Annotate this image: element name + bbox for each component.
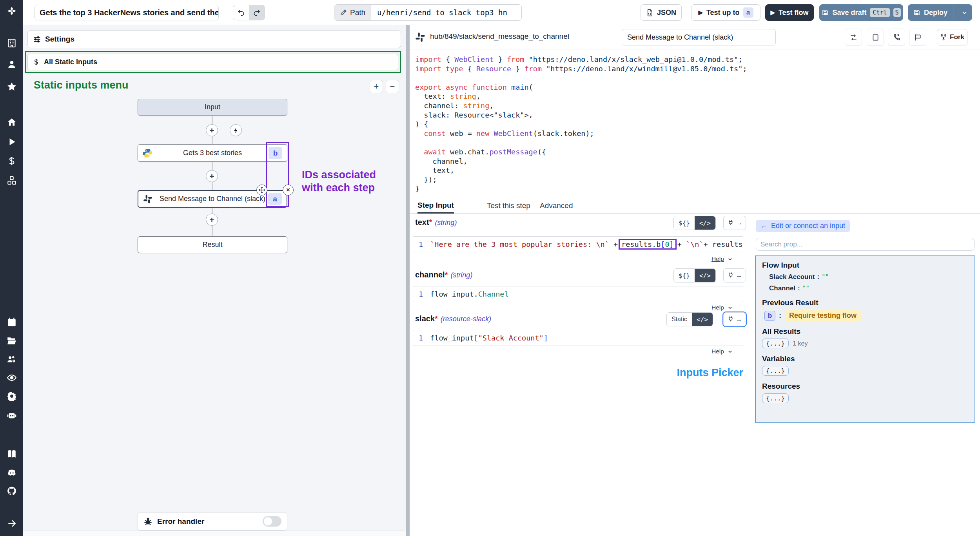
schedules-calendar-icon[interactable]: [6, 317, 17, 328]
windmill-flow-editor: Gets the top 3 HackerNews stories and se…: [0, 0, 980, 536]
move-step-handle[interactable]: [256, 185, 267, 196]
fork-button[interactable]: Fork: [937, 29, 967, 45]
diff-phone-button[interactable]: [888, 29, 905, 46]
resources-object-pill[interactable]: {...}: [762, 393, 789, 403]
discord-icon[interactable]: [6, 467, 17, 478]
square-icon: [871, 33, 880, 42]
annotation-static-inputs-menu: Static inputs menu: [34, 79, 129, 91]
plug-icon: [727, 219, 734, 226]
path-value-input[interactable]: u/henri/send_to_slack_top3_hn: [371, 5, 521, 20]
text-expression-editor[interactable]: 1`Here are the 3 most popular stories: \…: [413, 236, 743, 252]
test-up-to-button[interactable]: ▶ Test up to a: [691, 4, 760, 21]
redo-button[interactable]: [249, 5, 265, 20]
path-chip[interactable]: Path: [334, 5, 371, 20]
insert-step-button[interactable]: +: [206, 214, 218, 226]
json-button[interactable]: JSON: [641, 4, 682, 21]
tab-step-input[interactable]: Step Input: [417, 198, 454, 214]
search-prop-input[interactable]: Search prop...: [756, 238, 975, 251]
docs-book-icon[interactable]: [6, 449, 17, 460]
fork-icon: [940, 34, 947, 41]
panel-layout-button[interactable]: [909, 29, 926, 46]
slack-help-link[interactable]: Help: [711, 348, 733, 355]
node-input[interactable]: Input: [138, 99, 287, 116]
sidebar-divider: [0, 508, 23, 508]
test-flow-button[interactable]: ▶ Test flow: [765, 4, 814, 21]
annotation-inputs-picker: Inputs Picker: [666, 367, 743, 379]
workspace-building-icon[interactable]: [6, 38, 17, 49]
save-draft-button[interactable]: Save draft Ctrl S: [819, 4, 903, 21]
node-gets-3-best-stories[interactable]: Gets 3 best stories b: [138, 144, 287, 162]
tab-test-this-step[interactable]: Test this step: [487, 198, 530, 214]
github-icon[interactable]: [6, 485, 17, 496]
windmill-logo-icon[interactable]: [6, 5, 17, 16]
toggle-static-mode[interactable]: Static: [667, 313, 692, 326]
resources-cubes-icon[interactable]: [6, 175, 17, 186]
toggle-template-mode[interactable]: ${}: [674, 269, 695, 282]
favorites-star-icon[interactable]: [6, 81, 17, 92]
home-icon[interactable]: [6, 117, 17, 128]
graph-zoom-in-button[interactable]: +: [370, 80, 383, 93]
prop-channel[interactable]: Channel:"": [769, 284, 968, 292]
delete-step-button[interactable]: ×: [283, 185, 294, 196]
code-editor[interactable]: import { WebClient } from "https://deno.…: [415, 55, 976, 194]
all-static-inputs-button[interactable]: All Static Inputs: [27, 54, 398, 70]
expand-editor-button[interactable]: [867, 29, 884, 46]
variables-object-pill[interactable]: {...}: [762, 366, 789, 376]
all-results-count: 1 key: [793, 340, 808, 347]
arrow-right-icon: →: [736, 272, 742, 279]
edit-or-connect-input-button[interactable]: ← Edit or connect an input: [756, 220, 850, 232]
channel-connect-plug-button[interactable]: →: [723, 268, 746, 282]
user-icon[interactable]: [6, 59, 17, 70]
arrow-right-icon: →: [736, 315, 742, 323]
plug-icon: [727, 316, 734, 323]
slack-connect-plug-button[interactable]: →: [723, 312, 746, 326]
static-inputs-annotation-box: All Static Inputs: [25, 51, 401, 73]
deploy-dropdown-button[interactable]: [957, 4, 972, 21]
reload-script-button[interactable]: [845, 29, 862, 46]
chevron-down-icon: [727, 256, 733, 262]
insert-step-button[interactable]: +: [206, 170, 218, 182]
tab-advanced[interactable]: Advanced: [540, 198, 573, 214]
toggle-template-mode[interactable]: ${}: [674, 216, 695, 230]
undo-button[interactable]: [233, 5, 249, 20]
node-result[interactable]: Result: [138, 236, 287, 253]
chevron-down-icon: [727, 349, 733, 355]
flow-settings-button[interactable]: Settings: [27, 30, 401, 48]
trigger-bolt-button[interactable]: [230, 124, 242, 136]
channel-mode-toggle: ${} </>: [673, 268, 716, 282]
graph-zoom-out-button[interactable]: −: [386, 80, 399, 93]
toggle-code-mode[interactable]: </>: [695, 269, 715, 282]
panel-resize-divider[interactable]: [406, 25, 410, 536]
toggle-code-mode[interactable]: </>: [692, 313, 713, 326]
insert-step-button[interactable]: +: [206, 124, 218, 136]
expand-arrow-right-icon[interactable]: [6, 518, 17, 529]
flow-panel-bottom-bar: [23, 531, 406, 536]
error-handler-toggle[interactable]: [263, 516, 281, 527]
toggle-code-mode[interactable]: </>: [695, 216, 715, 230]
channel-help-link[interactable]: Help: [711, 304, 733, 311]
all-results-object-pill[interactable]: {...}: [762, 339, 789, 348]
audit-eye-icon[interactable]: [6, 372, 17, 383]
prev-result-badge-b[interactable]: b: [764, 311, 775, 321]
error-handler-label: Error handler: [157, 517, 258, 526]
text-connect-plug-button[interactable]: →: [723, 216, 746, 230]
folders-icon[interactable]: [6, 335, 17, 346]
text-mode-toggle: ${} </>: [673, 216, 716, 230]
prop-slack-account[interactable]: Slack Account:"": [769, 273, 968, 281]
text-help-link[interactable]: Help: [711, 255, 733, 263]
arrow-left-icon: ←: [760, 222, 768, 230]
variables-dollar-icon[interactable]: [6, 156, 17, 167]
previous-result-title: Previous Result: [762, 299, 968, 307]
runs-play-icon[interactable]: [6, 136, 17, 147]
slack-expression-editor[interactable]: 1flow_input["Slack Account"]: [413, 330, 743, 346]
settings-gear-icon[interactable]: [6, 391, 17, 402]
channel-expression-editor[interactable]: 1flow_input.Channel: [413, 286, 743, 302]
path-group: Path u/henri/send_to_slack_top3_hn: [334, 4, 522, 21]
deploy-button[interactable]: Deploy: [908, 4, 972, 21]
flow-title-input[interactable]: Gets the top 3 HackerNews stories and se…: [34, 5, 219, 20]
error-handler-row: Error handler: [138, 512, 287, 531]
step-editor-panel: hub/849/slack/send_message_to_channel Se…: [410, 25, 980, 536]
groups-users-gear-icon[interactable]: [6, 354, 17, 365]
step-summary-input[interactable]: Send Message to Channel (slack): [622, 29, 776, 45]
ai-robot-icon[interactable]: [6, 410, 17, 421]
